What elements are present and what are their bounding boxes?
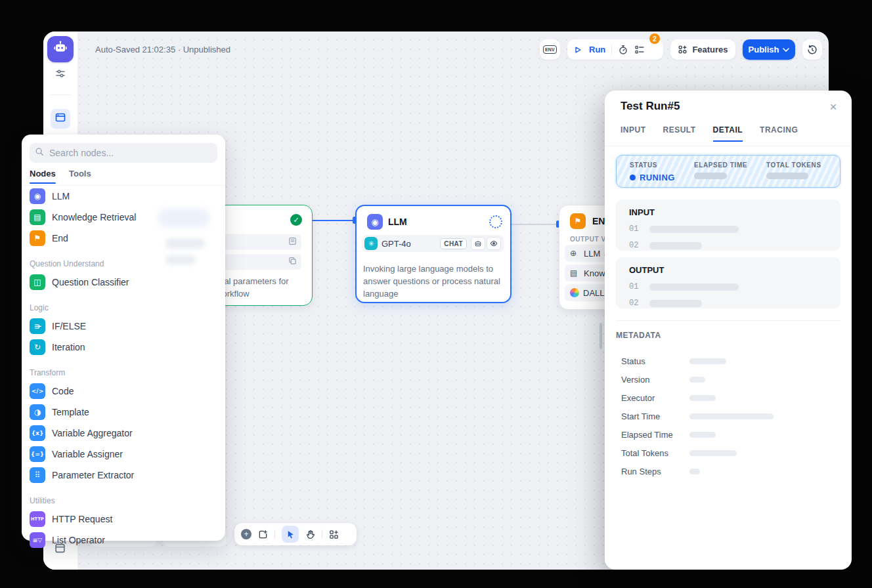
run-status-card: STATUS RUNING ELAPSED TIME TOTAL TOKENS xyxy=(616,155,840,188)
node-section-header: Transform xyxy=(30,358,217,381)
node-search-panel: Nodes Tools ◉ LLM ▤ Knowledge Retrieval xyxy=(22,135,225,541)
checklist-icon[interactable] xyxy=(634,45,645,55)
history-button[interactable] xyxy=(802,39,822,60)
close-icon[interactable]: × xyxy=(826,100,840,114)
run-panel-tab[interactable]: RESULT xyxy=(663,125,696,142)
vision-robot-icon xyxy=(471,237,485,250)
run-panel-tab[interactable]: INPUT xyxy=(621,125,646,142)
node-list-item[interactable]: ⚑ End xyxy=(30,228,217,249)
metadata-list: Status Version Executor Start Time xyxy=(621,352,831,480)
node-type-icon: ⠿ xyxy=(30,467,45,483)
elapsed-time-label: ELAPSED TIME xyxy=(694,161,766,169)
node-type-icon: ◉ xyxy=(30,188,45,204)
llm-node-description: Invoking large language models to answer… xyxy=(363,262,505,300)
layout-icon xyxy=(329,530,339,539)
node-section-header: Utilities xyxy=(30,486,217,509)
input-section: INPUT 01 02 xyxy=(616,200,840,251)
screen: Auto-Saved 21:02:35 · Unpublished ENV Ru… xyxy=(0,0,872,588)
search-icon xyxy=(35,147,44,159)
node-type-icon: {=} xyxy=(30,446,45,462)
metadata-row: Elapsed Time xyxy=(621,425,831,444)
run-button[interactable]: Run xyxy=(589,45,605,54)
output-title: OUTPUT xyxy=(629,265,840,275)
node-type-icon: ⋔ xyxy=(30,318,45,334)
skeleton-loader xyxy=(649,300,702,307)
node-list-item[interactable]: ◉ LLM xyxy=(30,186,217,207)
node-list-item[interactable]: {=} Variable Assigner xyxy=(30,444,217,465)
node-list-item[interactable]: ≡▽ List Operator xyxy=(30,530,217,551)
node-list-item[interactable]: ◑ Template xyxy=(30,402,217,423)
node-list-item[interactable]: </> Code xyxy=(30,381,217,402)
publish-label: Publish xyxy=(749,45,779,54)
node-list-item[interactable]: HTTP HTTP Request xyxy=(30,509,217,530)
chat-mode-badge: CHAT xyxy=(440,238,467,249)
cursor-icon xyxy=(286,530,295,539)
run-toolbar-group: Run xyxy=(567,39,663,60)
sidebar-divider xyxy=(50,94,71,95)
model-selector[interactable]: ✳ GPT-4o CHAT xyxy=(362,235,504,252)
end-node-icon: ⚑ xyxy=(570,213,586,229)
canvas-scrollbar[interactable] xyxy=(600,323,602,349)
skeleton-loader xyxy=(689,469,700,474)
tab-tools[interactable]: Tools xyxy=(69,169,91,178)
edge-llm-to-end xyxy=(509,224,559,225)
pointer-mode-button[interactable] xyxy=(282,526,299,543)
skeleton-loader xyxy=(649,242,702,249)
organize-nodes-button[interactable] xyxy=(329,530,339,539)
node-type-icon: ▤ xyxy=(30,209,45,225)
node-type-icon: ≡▽ xyxy=(30,532,45,548)
node-section-header: Logic xyxy=(30,293,217,316)
node-type-icon: ⚑ xyxy=(30,230,45,246)
variable-source-icon: ▤ xyxy=(570,268,580,278)
running-dot-icon xyxy=(630,175,636,180)
sidebar-item-workflow[interactable] xyxy=(51,109,70,129)
output-row: 01 xyxy=(629,282,840,291)
env-button[interactable]: ENV xyxy=(540,39,560,60)
features-label: Features xyxy=(692,45,728,54)
node-type-icon: ◫ xyxy=(30,274,45,290)
add-note-icon[interactable] xyxy=(258,530,268,539)
metadata-row: Status xyxy=(621,352,831,370)
status-label: STATUS xyxy=(630,161,694,169)
features-button[interactable]: Features xyxy=(670,39,735,60)
history-icon xyxy=(807,45,817,55)
output-section: OUTPUT 01 02 xyxy=(616,257,840,308)
app-logo[interactable] xyxy=(47,36,74,62)
sliders-icon[interactable] xyxy=(55,68,66,79)
node-list-item[interactable]: ⠿ Parameter Extractor xyxy=(30,465,217,486)
llm-node[interactable]: ◉ LLM ✳ GPT-4o CHAT Invoking large langu… xyxy=(355,205,512,303)
loading-spinner-icon xyxy=(489,215,502,228)
run-panel-tab[interactable]: TRACING xyxy=(760,125,798,142)
input-row: 02 xyxy=(629,241,840,250)
node-search-box[interactable] xyxy=(30,143,217,163)
publish-button[interactable]: Publish xyxy=(743,39,795,60)
tab-nodes[interactable]: Nodes xyxy=(30,169,56,178)
skeleton-loader xyxy=(689,377,705,383)
skeleton-loader xyxy=(689,395,716,401)
success-check-icon: ✓ xyxy=(290,214,302,226)
skeleton-loader xyxy=(649,226,739,233)
node-list-item[interactable]: {x} Variable Aggregator xyxy=(30,423,217,444)
node-list-item[interactable]: ↻ Iteration xyxy=(30,337,217,358)
skeleton-loader xyxy=(689,413,774,419)
node-list-item[interactable]: ◫ Question Classifier xyxy=(30,272,217,293)
play-icon[interactable] xyxy=(574,46,582,54)
run-panel-tab[interactable]: DETAIL xyxy=(713,125,743,142)
hand-mode-button[interactable] xyxy=(305,530,315,539)
node-list-item[interactable]: ▤ Knowledge Retrieval xyxy=(30,207,217,228)
hand-icon xyxy=(305,530,315,539)
node-section-header: Question Understand xyxy=(30,249,217,272)
panel-title: Test Run#5 xyxy=(621,100,680,113)
add-node-icon[interactable]: + xyxy=(241,529,251,539)
node-type-icon: </> xyxy=(30,383,45,399)
status-value: RUNING xyxy=(640,173,675,182)
stopwatch-icon[interactable] xyxy=(618,45,628,55)
total-tokens-label: TOTAL TOKENS xyxy=(766,161,821,169)
search-input[interactable] xyxy=(48,147,212,159)
metadata-row: Total Tokens xyxy=(621,444,831,462)
eye-icon xyxy=(487,237,501,250)
panel-divider xyxy=(616,320,840,321)
node-type-icon: ◑ xyxy=(30,404,45,420)
skeleton-loader xyxy=(689,432,716,438)
node-list-item[interactable]: ⋔ IF/ELSE xyxy=(30,316,217,337)
